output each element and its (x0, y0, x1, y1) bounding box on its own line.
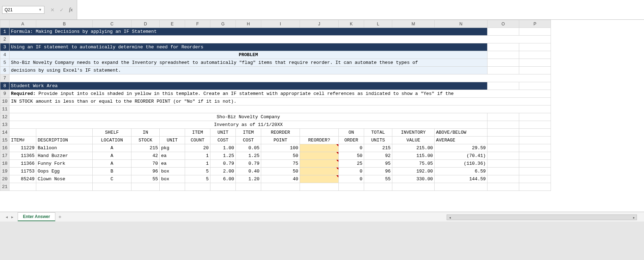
cell[interactable] (519, 113, 551, 121)
cell-item[interactable]: 11366 (10, 160, 36, 168)
cell[interactable] (300, 183, 339, 191)
required-line[interactable]: IN STOCK amount is less than or equal to… (10, 98, 551, 105)
cell[interactable] (300, 129, 339, 137)
enter-icon[interactable]: ✓ (58, 6, 66, 14)
cell-unit[interactable]: pkg (160, 144, 185, 152)
cell[interactable] (519, 43, 551, 51)
cell[interactable] (519, 144, 551, 152)
cell[interactable] (487, 168, 519, 175)
row-header[interactable]: 1 (0, 28, 10, 36)
col-label[interactable]: UNIT (160, 137, 185, 144)
cell-icost[interactable]: 1.20 (236, 175, 261, 183)
col-header[interactable]: N (435, 20, 487, 28)
col-label[interactable]: UNITS (364, 137, 392, 144)
add-sheet-button[interactable]: ＋ (56, 213, 64, 221)
cell[interactable] (519, 160, 551, 168)
cell[interactable] (392, 183, 435, 191)
cell-tunits[interactable]: 95 (364, 160, 392, 168)
row-header[interactable]: 17 (0, 152, 10, 160)
cell-unit[interactable]: box (160, 168, 185, 175)
cell-desc[interactable]: Balloon (36, 144, 93, 152)
row-header[interactable]: 12 (0, 113, 10, 121)
cancel-icon[interactable]: ✕ (49, 6, 56, 14)
company-name[interactable]: Sho-Biz Novelty Company (10, 113, 487, 121)
cell-tunits[interactable]: 55 (364, 175, 392, 183)
col-header[interactable]: P (519, 20, 551, 28)
col-label[interactable]: STOCK (131, 137, 160, 144)
row-header[interactable]: 13 (0, 121, 10, 129)
row-header[interactable]: 7 (0, 74, 10, 82)
cell[interactable] (160, 129, 185, 137)
col-label[interactable]: COST (210, 137, 236, 144)
cell[interactable] (519, 175, 551, 183)
cell[interactable] (10, 183, 36, 191)
cell[interactable] (519, 137, 551, 144)
cell-value[interactable]: 192.00 (392, 168, 435, 175)
cell-avg[interactable]: (110.36) (435, 160, 487, 168)
cell[interactable] (487, 137, 519, 144)
col-label[interactable]: TOTAL (364, 129, 392, 137)
row-header[interactable]: 8 (0, 82, 10, 90)
row-header[interactable]: 2 (0, 36, 10, 43)
cell[interactable] (487, 160, 519, 168)
cell-loc[interactable]: B (93, 168, 131, 175)
cell-value[interactable]: 215.00 (392, 144, 435, 152)
cell[interactable] (487, 67, 519, 74)
col-header[interactable]: M (392, 20, 435, 28)
cell-avg[interactable]: (70.41) (435, 152, 487, 160)
cell-onorder[interactable]: 50 (339, 152, 364, 160)
row-header[interactable]: 14 (0, 129, 10, 137)
row-header[interactable]: 16 (0, 144, 10, 152)
scroll-right-icon[interactable]: ▸ (631, 216, 637, 219)
cell[interactable] (160, 183, 185, 191)
col-label[interactable]: AVERAGE (435, 137, 487, 144)
row-header[interactable]: 15 (0, 137, 10, 144)
cell[interactable] (364, 183, 392, 191)
sheet-tab-active[interactable]: Enter Answer (18, 212, 55, 221)
cell[interactable] (519, 168, 551, 175)
col-header[interactable]: E (160, 20, 185, 28)
chevron-down-icon[interactable]: ▼ (38, 8, 42, 12)
row-header[interactable]: 21 (0, 183, 10, 191)
subtitle-banner[interactable]: Using an IF statement to automatically d… (10, 43, 487, 51)
fx-icon[interactable]: fx (67, 7, 75, 13)
col-label[interactable]: COST (236, 137, 261, 144)
cell[interactable] (487, 82, 519, 90)
title-banner[interactable]: Formula: Making Decisions by applying an… (10, 28, 487, 36)
col-label[interactable]: IN (131, 129, 160, 137)
cell-avg[interactable]: 6.59 (435, 168, 487, 175)
cell-stock[interactable]: 70 (131, 160, 160, 168)
cell[interactable] (487, 59, 519, 67)
col-header[interactable]: G (210, 20, 236, 28)
cell-value[interactable]: 115.00 (392, 152, 435, 160)
col-label[interactable]: ITEM (236, 129, 261, 137)
cell-tunits[interactable]: 92 (364, 152, 392, 160)
col-label[interactable]: DESCRIPTION (36, 137, 93, 144)
cell-desc[interactable]: Hand Buzzer (36, 152, 93, 160)
col-header[interactable]: K (339, 20, 364, 28)
cell-loc[interactable]: C (93, 175, 131, 183)
col-header[interactable]: L (364, 20, 392, 28)
cell[interactable] (10, 105, 551, 113)
cell-ucost[interactable]: 2.00 (210, 168, 236, 175)
cell[interactable] (487, 121, 519, 129)
row-header[interactable]: 5 (0, 59, 10, 67)
spreadsheet-grid[interactable]: A B C D E F G H I J K L M N O P 1 Formul… (0, 20, 644, 212)
cell[interactable] (519, 28, 551, 36)
cell-item[interactable]: 11365 (10, 152, 36, 160)
cell[interactable] (519, 51, 551, 59)
cell-desc[interactable]: Funny Fork (36, 160, 93, 168)
cell[interactable] (519, 129, 551, 137)
col-label[interactable]: ORDER (339, 137, 364, 144)
col-label[interactable]: ON (339, 129, 364, 137)
cell[interactable] (487, 51, 519, 59)
col-header[interactable]: O (487, 20, 519, 28)
row-header[interactable]: 3 (0, 43, 10, 51)
cell-loc[interactable]: A (93, 160, 131, 168)
cell-count[interactable]: 1 (185, 152, 210, 160)
col-header[interactable]: B (36, 20, 93, 28)
cell-onorder[interactable]: 0 (339, 168, 364, 175)
col-label[interactable]: ABOVE/BELOW (435, 129, 487, 137)
cell-rpoint[interactable]: 50 (261, 168, 300, 175)
cell-reorder-input[interactable] (300, 152, 339, 160)
